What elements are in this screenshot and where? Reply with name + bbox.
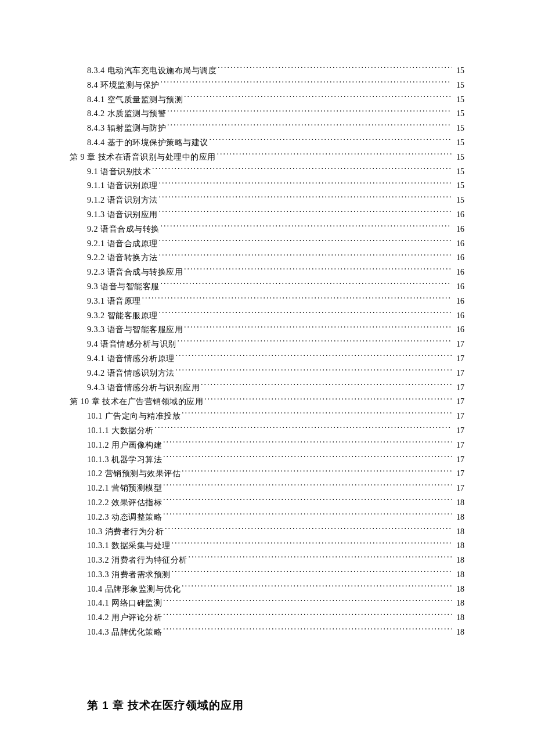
toc-entry-title: 10.3 消费者行为分析 [87,525,164,539]
toc-entry-page-number: 16 [453,237,464,251]
toc-entry[interactable]: 10.4.1 网络口碑监测18 [70,596,464,611]
toc-entry[interactable]: 8.4.4 基于的环境保护策略与建议15 [70,136,464,150]
toc-leader-dots [167,108,452,116]
toc-entry-page-number: 16 [453,294,464,309]
toc-leader-dots [182,468,452,476]
toc-entry-page-number: 17 [453,438,464,453]
toc-leader-dots [204,396,452,404]
toc-entry-title: 9.2 语音合成与转换 [87,222,160,237]
toc-entry[interactable]: 9.4.1 语音情感分析原理17 [70,352,464,366]
toc-entry-title: 9.4.2 语音情感识别方法 [87,366,175,381]
toc-leader-dots [163,627,452,635]
table-of-contents: 8.3.4 电动汽车充电设施布局与调度158.4 环境监测与保护158.4.1 … [70,64,464,640]
toc-entry[interactable]: 9.3 语音与智能客服16 [70,280,464,294]
toc-entry[interactable]: 9.2.2 语音转换方法16 [70,251,464,265]
toc-entry-page-number: 17 [453,366,464,381]
toc-leader-dots [210,137,452,145]
toc-entry-page-number: 15 [453,64,464,78]
toc-entry-title: 9.3.1 语音原理 [87,294,141,309]
toc-leader-dots [159,238,452,246]
toc-entry-page-number: 18 [453,582,464,597]
toc-leader-dots [176,368,452,376]
toc-entry[interactable]: 8.4 环境监测与保护15 [70,78,464,93]
toc-entry-page-number: 15 [453,93,464,107]
toc-leader-dots [142,296,452,304]
toc-leader-dots [163,597,452,606]
toc-entry-page-number: 15 [453,193,464,208]
toc-entry[interactable]: 9.2.3 语音合成与转换应用16 [70,265,464,280]
toc-entry[interactable]: 8.4.2 水质监测与预警15 [70,107,464,121]
toc-entry[interactable]: 10.4 品牌形象监测与优化18 [70,582,464,597]
toc-entry-page-number: 18 [453,539,464,553]
toc-entry[interactable]: 9.1.1 语音识别原理15 [70,179,464,193]
toc-entry-title: 9.4 语音情感分析与识别 [87,337,176,352]
toc-entry-page-number: 16 [453,265,464,280]
toc-entry[interactable]: 10.2 营销预测与效果评估17 [70,467,464,481]
toc-leader-dots [184,267,452,275]
toc-leader-dots [159,209,452,217]
toc-entry[interactable]: 9.2.1 语音合成原理16 [70,237,464,251]
toc-entry-title: 10.1.2 用户画像构建 [87,438,162,453]
toc-entry-page-number: 17 [453,337,464,352]
toc-entry[interactable]: 9.4.2 语音情感识别方法17 [70,366,464,381]
toc-entry-page-number: 18 [453,525,464,539]
toc-leader-dots [161,224,452,232]
toc-entry[interactable]: 10.1.1 大数据分析17 [70,424,464,438]
toc-entry[interactable]: 10.3.2 消费者行为特征分析18 [70,553,464,568]
toc-entry-title: 10.3.1 数据采集与处理 [87,539,171,553]
toc-entry[interactable]: 10.2.1 营销预测模型17 [70,481,464,496]
toc-entry[interactable]: 10.3.3 消费者需求预测18 [70,568,464,582]
toc-entry-page-number: 16 [453,323,464,337]
toc-entry[interactable]: 9.2 语音合成与转换16 [70,222,464,237]
toc-entry[interactable]: 第 9 章 技术在语音识别与处理中的应用15 [70,150,464,165]
toc-leader-dots [159,310,452,318]
toc-entry-title: 9.3 语音与智能客服 [87,280,160,294]
toc-entry-title: 10.1.3 机器学习算法 [87,453,162,467]
toc-entry[interactable]: 9.3.1 语音原理16 [70,294,464,309]
toc-leader-dots [163,454,452,462]
toc-entry[interactable]: 10.4.3 品牌优化策略18 [70,625,464,640]
toc-leader-dots [155,425,452,433]
toc-entry-title: 9.2.3 语音合成与转换应用 [87,265,183,280]
toc-entry-page-number: 18 [453,625,464,640]
toc-entry-title: 10.4.1 网络口碑监测 [87,596,162,611]
toc-entry[interactable]: 9.3.2 智能客服原理16 [70,309,464,323]
toc-entry-title: 9.1.1 语音识别原理 [87,179,158,193]
toc-leader-dots [161,80,452,88]
toc-entry[interactable]: 8.4.3 辐射监测与防护15 [70,121,464,136]
toc-entry-title: 8.4.4 基于的环境保护策略与建议 [87,136,208,150]
toc-entry[interactable]: 8.3.4 电动汽车充电设施布局与调度15 [70,64,464,78]
toc-entry[interactable]: 第 10 章 技术在广告营销领域的应用17 [70,395,464,409]
toc-entry[interactable]: 10.3 消费者行为分析18 [70,525,464,539]
toc-entry[interactable]: 10.2.2 效果评估指标18 [70,496,464,510]
toc-entry[interactable]: 9.4.3 语音情感分析与识别应用17 [70,381,464,395]
toc-entry-title: 10.2.3 动态调整策略 [87,510,162,525]
toc-entry-title: 10.1.1 大数据分析 [87,424,154,438]
document-page: 8.3.4 电动汽车充电设施布局与调度158.4 环境监测与保护158.4.1 … [0,0,534,756]
toc-entry[interactable]: 10.4.2 用户评论分析18 [70,611,464,625]
toc-entry[interactable]: 10.1.3 机器学习算法17 [70,453,464,467]
toc-entry-page-number: 18 [453,611,464,625]
toc-leader-dots [167,123,452,131]
toc-entry-page-number: 17 [453,453,464,467]
toc-entry[interactable]: 9.3.3 语音与智能客服应用16 [70,323,464,337]
toc-entry-title: 10.3.2 消费者行为特征分析 [87,553,187,568]
toc-entry-page-number: 15 [453,136,464,150]
toc-entry[interactable]: 9.1.2 语音识别方法15 [70,193,464,208]
toc-entry[interactable]: 8.4.1 空气质量监测与预测15 [70,93,464,107]
toc-leader-dots [184,324,452,332]
toc-entry[interactable]: 9.1 语音识别技术15 [70,165,464,179]
toc-entry[interactable]: 9.4 语音情感分析与识别17 [70,337,464,352]
toc-entry-title: 10.4 品牌形象监测与优化 [87,582,181,597]
toc-leader-dots [163,440,452,448]
toc-entry[interactable]: 10.1.2 用户画像构建17 [70,438,464,453]
toc-leader-dots [182,411,452,419]
toc-leader-dots [163,512,452,520]
toc-leader-dots [172,569,452,577]
toc-entry[interactable]: 10.2.3 动态调整策略18 [70,510,464,525]
toc-entry-title: 9.3.3 语音与智能客服应用 [87,323,183,337]
toc-entry[interactable]: 10.1 广告定向与精准投放17 [70,409,464,424]
toc-entry[interactable]: 9.1.3 语音识别应用16 [70,208,464,222]
toc-entry-title: 9.4.3 语音情感分析与识别应用 [87,381,200,395]
toc-entry[interactable]: 10.3.1 数据采集与处理18 [70,539,464,553]
